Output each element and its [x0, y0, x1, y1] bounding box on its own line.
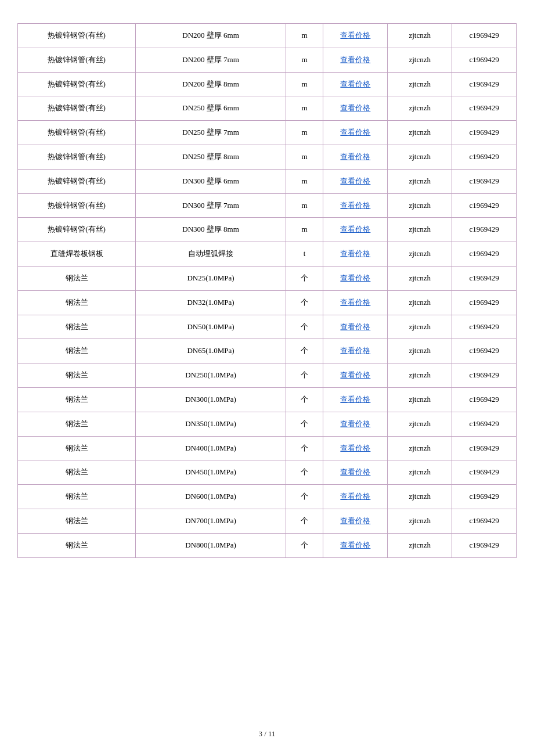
- price-link[interactable]: 查看价格: [340, 541, 370, 549]
- table-row: 直缝焊卷板钢板自动埋弧焊接t查看价格zjtcnzhc1969429: [18, 242, 517, 267]
- username: zjtcnzh: [388, 266, 452, 290]
- product-name: 钢法兰: [18, 533, 136, 557]
- price-link[interactable]: 查看价格: [340, 273, 370, 282]
- price-link[interactable]: 查看价格: [340, 492, 370, 501]
- price-link-cell[interactable]: 查看价格: [323, 509, 388, 533]
- table-row: 热镀锌钢管(有丝)DN300 壁厚 6mmm查看价格zjtcnzhc196942…: [18, 169, 517, 193]
- price-link-cell[interactable]: 查看价格: [323, 266, 388, 290]
- user-id: c1969429: [452, 387, 517, 412]
- price-link[interactable]: 查看价格: [340, 31, 370, 39]
- user-id: c1969429: [452, 533, 517, 557]
- price-link-cell[interactable]: 查看价格: [323, 242, 388, 267]
- spec: DN200 壁厚 6mm: [136, 24, 286, 48]
- price-link[interactable]: 查看价格: [340, 395, 370, 404]
- table-row: 钢法兰DN350(1.0MPa)个查看价格zjtcnzhc1969429: [18, 412, 517, 436]
- price-link[interactable]: 查看价格: [340, 516, 370, 525]
- table-row: 钢法兰DN65(1.0MPa)个查看价格zjtcnzhc1969429: [18, 339, 517, 363]
- user-id: c1969429: [452, 72, 517, 96]
- unit: 个: [286, 266, 323, 290]
- unit: 个: [286, 387, 323, 412]
- price-link[interactable]: 查看价格: [340, 152, 370, 161]
- price-link-cell[interactable]: 查看价格: [323, 121, 388, 145]
- table-row: 钢法兰DN700(1.0MPa)个查看价格zjtcnzhc1969429: [18, 509, 517, 533]
- product-name: 钢法兰: [18, 339, 136, 363]
- price-link[interactable]: 查看价格: [340, 55, 370, 64]
- price-link[interactable]: 查看价格: [340, 322, 370, 331]
- unit: m: [286, 48, 323, 72]
- price-link[interactable]: 查看价格: [340, 128, 370, 136]
- price-link-cell[interactable]: 查看价格: [323, 315, 388, 339]
- price-link-cell[interactable]: 查看价格: [323, 218, 388, 242]
- product-name: 热镀锌钢管(有丝): [18, 96, 136, 121]
- user-id: c1969429: [452, 460, 517, 485]
- price-link-cell[interactable]: 查看价格: [323, 72, 388, 96]
- username: zjtcnzh: [388, 96, 452, 121]
- price-link[interactable]: 查看价格: [340, 103, 370, 112]
- user-id: c1969429: [452, 266, 517, 290]
- unit: m: [286, 121, 323, 145]
- spec: DN800(1.0MPa): [136, 533, 286, 557]
- username: zjtcnzh: [388, 485, 452, 509]
- username: zjtcnzh: [388, 169, 452, 193]
- product-name: 热镀锌钢管(有丝): [18, 218, 136, 242]
- table-row: 钢法兰DN250(1.0MPa)个查看价格zjtcnzhc1969429: [18, 363, 517, 388]
- price-link-cell[interactable]: 查看价格: [323, 290, 388, 315]
- price-link-cell[interactable]: 查看价格: [323, 460, 388, 485]
- username: zjtcnzh: [388, 72, 452, 96]
- product-name: 钢法兰: [18, 460, 136, 485]
- spec: DN32(1.0MPa): [136, 290, 286, 315]
- price-link-cell[interactable]: 查看价格: [323, 387, 388, 412]
- page-number: 3 / 11: [258, 729, 275, 738]
- price-link-cell[interactable]: 查看价格: [323, 169, 388, 193]
- price-link[interactable]: 查看价格: [340, 298, 370, 307]
- spec: DN200 壁厚 8mm: [136, 72, 286, 96]
- unit: 个: [286, 315, 323, 339]
- product-name: 钢法兰: [18, 315, 136, 339]
- price-link-cell[interactable]: 查看价格: [323, 145, 388, 169]
- price-link[interactable]: 查看价格: [340, 177, 370, 185]
- price-link[interactable]: 查看价格: [340, 444, 370, 452]
- spec: DN300 壁厚 7mm: [136, 193, 286, 218]
- username: zjtcnzh: [388, 193, 452, 218]
- price-link-cell[interactable]: 查看价格: [323, 96, 388, 121]
- unit: m: [286, 96, 323, 121]
- price-link-cell[interactable]: 查看价格: [323, 436, 388, 460]
- username: zjtcnzh: [388, 145, 452, 169]
- price-link[interactable]: 查看价格: [340, 419, 370, 428]
- price-link-cell[interactable]: 查看价格: [323, 193, 388, 218]
- spec: DN250 壁厚 7mm: [136, 121, 286, 145]
- price-link-cell[interactable]: 查看价格: [323, 533, 388, 557]
- product-name: 直缝焊卷板钢板: [18, 242, 136, 267]
- spec: DN25(1.0MPa): [136, 266, 286, 290]
- price-link[interactable]: 查看价格: [340, 467, 370, 476]
- spec: DN400(1.0MPa): [136, 436, 286, 460]
- price-link[interactable]: 查看价格: [340, 249, 370, 258]
- username: zjtcnzh: [388, 290, 452, 315]
- spec: DN350(1.0MPa): [136, 412, 286, 436]
- price-link[interactable]: 查看价格: [340, 80, 370, 88]
- table-row: 热镀锌钢管(有丝)DN300 壁厚 7mmm查看价格zjtcnzhc196942…: [18, 193, 517, 218]
- price-link-cell[interactable]: 查看价格: [323, 485, 388, 509]
- price-link-cell[interactable]: 查看价格: [323, 48, 388, 72]
- price-link-cell[interactable]: 查看价格: [323, 24, 388, 48]
- table-row: 热镀锌钢管(有丝)DN250 壁厚 8mmm查看价格zjtcnzhc196942…: [18, 145, 517, 169]
- user-id: c1969429: [452, 242, 517, 267]
- price-link-cell[interactable]: 查看价格: [323, 339, 388, 363]
- username: zjtcnzh: [388, 315, 452, 339]
- username: zjtcnzh: [388, 121, 452, 145]
- price-link-cell[interactable]: 查看价格: [323, 363, 388, 388]
- username: zjtcnzh: [388, 436, 452, 460]
- product-name: 热镀锌钢管(有丝): [18, 24, 136, 48]
- user-id: c1969429: [452, 121, 517, 145]
- user-id: c1969429: [452, 169, 517, 193]
- user-id: c1969429: [452, 412, 517, 436]
- spec: DN300 壁厚 8mm: [136, 218, 286, 242]
- spec: DN250 壁厚 8mm: [136, 145, 286, 169]
- spec: DN250 壁厚 6mm: [136, 96, 286, 121]
- table-row: 热镀锌钢管(有丝)DN200 壁厚 8mmm查看价格zjtcnzhc196942…: [18, 72, 517, 96]
- price-link[interactable]: 查看价格: [340, 201, 370, 210]
- price-link[interactable]: 查看价格: [340, 370, 370, 379]
- price-link[interactable]: 查看价格: [340, 225, 370, 233]
- price-link[interactable]: 查看价格: [340, 346, 370, 355]
- price-link-cell[interactable]: 查看价格: [323, 412, 388, 436]
